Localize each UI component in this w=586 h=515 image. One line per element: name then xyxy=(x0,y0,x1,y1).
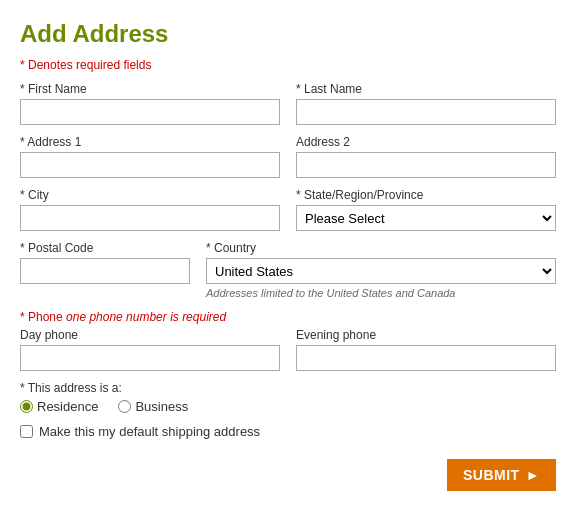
evening-phone-input[interactable] xyxy=(296,345,556,371)
city-state-row: * City * State/Region/Province Please Se… xyxy=(20,188,556,231)
name-row: * First Name * Last Name xyxy=(20,82,556,125)
day-phone-label: Day phone xyxy=(20,328,280,342)
default-shipping-checkbox[interactable] xyxy=(20,425,33,438)
phone-section: * Phone one phone number is required xyxy=(20,309,556,324)
submit-button[interactable]: SUBMIT ► xyxy=(447,459,556,491)
postal-country-row: * Postal Code * Country United States Ca… xyxy=(20,241,556,299)
first-name-input[interactable] xyxy=(20,99,280,125)
address-type-section: * This address is a: Residence Business xyxy=(20,381,556,414)
evening-phone-label: Evening phone xyxy=(296,328,556,342)
default-shipping-label: Make this my default shipping address xyxy=(39,424,260,439)
submit-label: SUBMIT xyxy=(463,467,520,483)
first-name-label: * First Name xyxy=(20,82,280,96)
first-name-col: * First Name xyxy=(20,82,280,125)
address1-label: * Address 1 xyxy=(20,135,280,149)
page-title: Add Address xyxy=(20,20,556,48)
address2-col: Address 2 xyxy=(296,135,556,178)
last-name-col: * Last Name xyxy=(296,82,556,125)
address-row: * Address 1 Address 2 xyxy=(20,135,556,178)
day-phone-col: Day phone xyxy=(20,328,280,371)
submit-row: SUBMIT ► xyxy=(20,459,556,491)
address1-input[interactable] xyxy=(20,152,280,178)
country-label: * Country xyxy=(206,241,556,255)
country-select[interactable]: United States Canada xyxy=(206,258,556,284)
state-col: * State/Region/Province Please Select Al… xyxy=(296,188,556,231)
state-label: * State/Region/Province xyxy=(296,188,556,202)
address2-input[interactable] xyxy=(296,152,556,178)
address-type-group: Residence Business xyxy=(20,399,556,414)
city-input[interactable] xyxy=(20,205,280,231)
default-shipping-row: Make this my default shipping address xyxy=(20,424,556,439)
city-label: * City xyxy=(20,188,280,202)
postal-col: * Postal Code xyxy=(20,241,190,299)
country-col: * Country United States Canada Addresses… xyxy=(206,241,556,299)
address2-label: Address 2 xyxy=(296,135,556,149)
state-select[interactable]: Please Select Alabama Alaska Arizona Cal… xyxy=(296,205,556,231)
residence-option[interactable]: Residence xyxy=(20,399,98,414)
phone-row: Day phone Evening phone xyxy=(20,328,556,371)
business-option[interactable]: Business xyxy=(118,399,188,414)
day-phone-input[interactable] xyxy=(20,345,280,371)
postal-input[interactable] xyxy=(20,258,190,284)
country-note: Addresses limited to the United States a… xyxy=(206,287,556,299)
last-name-input[interactable] xyxy=(296,99,556,125)
address1-col: * Address 1 xyxy=(20,135,280,178)
address-type-label: * This address is a: xyxy=(20,381,556,395)
residence-radio[interactable] xyxy=(20,400,33,413)
city-col: * City xyxy=(20,188,280,231)
postal-label: * Postal Code xyxy=(20,241,190,255)
business-radio[interactable] xyxy=(118,400,131,413)
residence-label: Residence xyxy=(37,399,98,414)
evening-phone-col: Evening phone xyxy=(296,328,556,371)
required-note: * Denotes required fields xyxy=(20,58,556,72)
business-label: Business xyxy=(135,399,188,414)
submit-arrow-icon: ► xyxy=(526,467,540,483)
phone-note: one phone number is required xyxy=(66,310,226,324)
phone-required-mark: * Phone xyxy=(20,310,66,324)
last-name-label: * Last Name xyxy=(296,82,556,96)
